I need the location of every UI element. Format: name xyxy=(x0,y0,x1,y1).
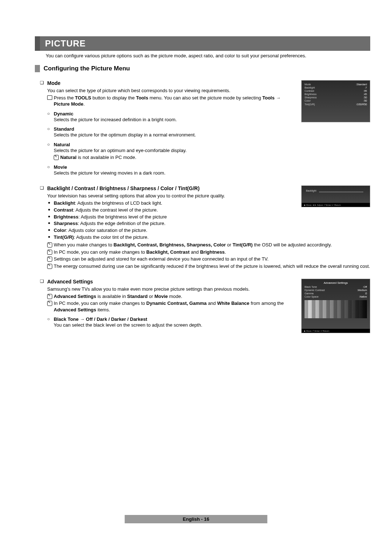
intro-text: You can configure various picture option… xyxy=(46,53,370,58)
mode-natural: Natural Selects the picture for an optim… xyxy=(40,142,370,154)
bc-backlight: Backlight: Adjusts the brightness of LCD… xyxy=(40,200,370,207)
bc-note-3: Settings can be adjusted and stored for … xyxy=(40,256,370,262)
bc-sharpness: Sharpness: Adjusts the edge definition o… xyxy=(40,220,370,227)
bc-note-2: In PC mode, you can only make changes to… xyxy=(40,249,370,255)
bc-contrast: Contrast: Adjusts the contrast level of … xyxy=(40,207,370,214)
bc-block: Backlight ◆ Move ◄► Adjust ⏎ Enter ↩ Ret… xyxy=(40,185,370,269)
mode-standard: Standard Selects the picture for the opt… xyxy=(40,126,370,138)
bc-note-4: The energy consumed during use can be si… xyxy=(40,263,370,270)
bc-note-1: When you make changes to Backlight, Cont… xyxy=(40,242,370,248)
section-title: Configuring the Picture Menu xyxy=(35,65,370,72)
mode-natural-note: Natural is not available in PC mode. xyxy=(40,154,370,161)
bc-brightness: Brightness: Adjusts the brightness level… xyxy=(40,214,370,221)
adv-blacktone: Black Tone → Off / Dark / Darker / Darke… xyxy=(40,316,370,328)
bc-tint: Tint(G/R): Adjusts the color tint of the… xyxy=(40,234,370,241)
adv-block: Advanced Settings Black Tone:Off Dynamic… xyxy=(40,279,370,336)
bc-heading: Backlight / Contrast / Brightness / Shar… xyxy=(47,185,200,191)
adv-note-2: In PC mode, you can only make changes to… xyxy=(40,300,370,313)
page-header: PICTURE xyxy=(35,36,370,51)
adv-heading: Advanced Settings xyxy=(47,279,93,285)
adv-note-1: Advanced Settings is available in Standa… xyxy=(40,293,370,300)
mode-dynamic: Dynamic Selects the picture for increase… xyxy=(40,111,370,123)
mode-block: Mode:Standard Backlight:7 Contrast:95 Br… xyxy=(40,80,370,176)
bc-color: Color: Adjusts color saturation of the p… xyxy=(40,227,370,234)
mode-tools-hint: Press the TOOLS button to display the To… xyxy=(40,95,370,107)
mode-movie: Movie Selects the picture for viewing mo… xyxy=(40,164,370,176)
mode-heading: Mode xyxy=(47,80,61,86)
page-footer: English - 16 xyxy=(125,515,268,523)
